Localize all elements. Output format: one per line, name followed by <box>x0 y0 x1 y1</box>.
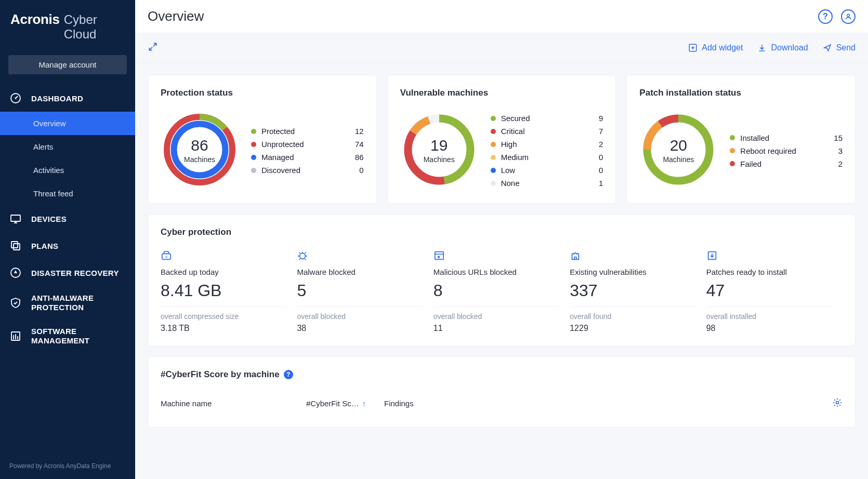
nav-plans-label: PLANS <box>31 242 58 250</box>
info-icon[interactable]: ? <box>284 370 293 379</box>
nav-dashboard[interactable]: DASHBOARD <box>0 85 135 112</box>
sidebar-footer: Powered by Acronis AnyData Engine <box>0 453 135 479</box>
legend-discovered[interactable]: Discovered0 <box>251 166 364 175</box>
download-icon <box>706 250 832 261</box>
castle-icon <box>570 250 695 261</box>
legend-low[interactable]: Low0 <box>491 166 603 175</box>
svg-rect-3 <box>11 242 18 248</box>
svg-rect-4 <box>14 244 20 250</box>
download-label: Download <box>771 43 808 52</box>
page-title: Overview <box>148 8 204 24</box>
legend-failed[interactable]: Failed2 <box>730 159 843 168</box>
metric-patches: Patches ready to install 47 overall inst… <box>706 250 843 333</box>
svg-point-1 <box>15 98 17 99</box>
legend-secured[interactable]: Secured9 <box>491 114 603 123</box>
card-title: Protection status <box>161 88 364 98</box>
patch-legend: Installed15 Reboot required3 Failed2 <box>730 134 843 168</box>
metric-vulns: Existing vulnerabilities 337 overall fou… <box>570 250 706 333</box>
nav-devices-label: DEVICES <box>31 215 67 223</box>
nav-dashboard-label: DASHBOARD <box>31 94 83 103</box>
col-score[interactable]: #CyberFit Sc… ↑ <box>306 399 384 408</box>
card-title: Vulnerable machines <box>400 88 603 98</box>
nav-software-management[interactable]: SOFTWARE MANAGEMENT <box>0 320 135 353</box>
donut-label: Machines <box>424 155 455 164</box>
legend-installed[interactable]: Installed15 <box>730 134 843 142</box>
shield-icon <box>9 297 22 309</box>
svg-rect-2 <box>11 215 20 221</box>
donut-label: Machines <box>663 155 694 164</box>
legend-unprotected[interactable]: Unprotected74 <box>251 140 364 149</box>
nav-activities[interactable]: Activities <box>0 158 135 182</box>
storage-icon <box>161 250 286 261</box>
expand-button[interactable] <box>148 42 158 54</box>
brand-logo: Acronis Cyber Cloud <box>0 0 135 55</box>
svg-point-7 <box>847 14 850 17</box>
nav-plans[interactable]: PLANS <box>0 232 135 259</box>
protection-donut-chart: 86 Machines <box>161 111 239 191</box>
dashboard-icon <box>9 92 22 104</box>
donut-value: 19 <box>424 138 455 153</box>
browser-blocked-icon <box>433 250 559 261</box>
account-icon[interactable] <box>841 9 856 24</box>
legend-protected[interactable]: Protected12 <box>251 127 364 136</box>
legend-managed[interactable]: Managed86 <box>251 153 364 162</box>
nav-devices[interactable]: DEVICES <box>0 205 135 232</box>
table-settings-button[interactable] <box>832 397 843 409</box>
main-content: Overview ? Add widget Download <box>135 0 868 479</box>
score-table-header: Machine name #CyberFit Sc… ↑ Findings <box>161 392 843 415</box>
sidebar: Acronis Cyber Cloud Manage account DASHB… <box>0 0 135 479</box>
legend-reboot[interactable]: Reboot required3 <box>730 147 843 155</box>
legend-critical[interactable]: Critical7 <box>491 127 603 136</box>
col-findings[interactable]: Findings <box>384 399 832 408</box>
legend-none[interactable]: None1 <box>491 179 603 188</box>
disaster-recovery-icon <box>9 267 22 279</box>
download-button[interactable]: Download <box>757 43 808 52</box>
card-title: Patch installation status <box>639 88 843 98</box>
toolbar: Add widget Download Send <box>135 33 868 62</box>
legend-high[interactable]: High2 <box>491 140 603 149</box>
nav-sm-label: SOFTWARE MANAGEMENT <box>31 327 126 345</box>
metric-backed-up: Backed up today 8.41 GB overall compress… <box>161 250 297 333</box>
bug-icon <box>297 250 423 261</box>
software-icon <box>9 330 22 342</box>
brand-primary: Acronis <box>10 11 60 28</box>
legend-medium[interactable]: Medium0 <box>491 153 603 162</box>
plans-icon <box>9 240 22 252</box>
patch-status-card: Patch installation status <box>626 75 856 204</box>
metric-malware: Malware blocked 5 overall blocked 38 <box>297 250 433 333</box>
card-title: #CyberFit Score by machine <box>161 369 280 380</box>
nav-threat-feed[interactable]: Threat feed <box>0 182 135 205</box>
nav-am-label: ANTI-MALWARE PROTECTION <box>31 294 126 312</box>
help-icon[interactable]: ? <box>818 9 833 24</box>
donut-value: 20 <box>663 138 694 153</box>
page-header: Overview ? <box>135 0 868 33</box>
nav-alerts[interactable]: Alerts <box>0 135 135 158</box>
brand-secondary: Cyber Cloud <box>64 12 125 42</box>
cyber-protection-card: Cyber protection Backed up today 8.41 GB… <box>148 214 856 346</box>
devices-icon <box>9 212 22 225</box>
svg-rect-22 <box>435 252 444 260</box>
donut-label: Machines <box>184 155 215 164</box>
vulnerable-legend: Secured9 Critical7 High2 Medium0 Low0 No… <box>491 114 603 188</box>
manage-account-button[interactable]: Manage account <box>8 55 127 74</box>
nav-dr-label: DISASTER RECOVERY <box>31 269 119 277</box>
protection-legend: Protected12 Unprotected74 Managed86 Disc… <box>251 127 364 175</box>
send-label: Send <box>836 43 856 52</box>
svg-point-24 <box>836 402 839 404</box>
add-widget-label: Add widget <box>702 43 743 52</box>
metric-urls: Malicious URLs blocked 8 overall blocked… <box>433 250 570 333</box>
add-widget-button[interactable]: Add widget <box>688 43 743 52</box>
send-button[interactable]: Send <box>823 43 856 52</box>
vulnerable-machines-card: Vulnerable machines <box>387 75 616 204</box>
nav-anti-malware[interactable]: ANTI-MALWARE PROTECTION <box>0 286 135 320</box>
cyberfit-score-card: #CyberFit Score by machine ? Machine nam… <box>148 356 856 428</box>
col-machine[interactable]: Machine name <box>161 399 306 408</box>
vulnerable-donut-chart: 19 Machines <box>400 111 478 191</box>
nav-overview[interactable]: Overview <box>0 112 135 135</box>
nav-disaster-recovery[interactable]: DISASTER RECOVERY <box>0 259 135 286</box>
svg-rect-20 <box>162 254 171 259</box>
card-title: Cyber protection <box>161 227 843 237</box>
patch-donut-chart: 20 Machines <box>639 111 717 191</box>
svg-point-21 <box>300 253 306 259</box>
donut-value: 86 <box>184 138 215 153</box>
